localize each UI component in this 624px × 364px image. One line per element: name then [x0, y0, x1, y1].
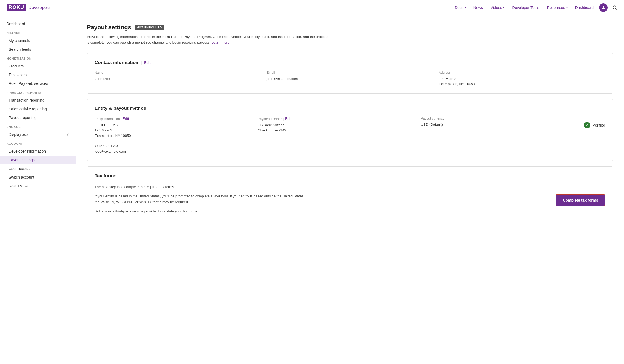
sidebar-item-rokutv-ca[interactable]: RokuTV CA [0, 182, 76, 190]
sidebar-item-payout-reporting[interactable]: Payout reporting [0, 113, 76, 122]
page-header: Payout settings NOT ENROLLED [87, 24, 613, 31]
sidebar-section-financial-reports: FINANCIAL REPORTS [0, 88, 76, 96]
nav-news[interactable]: News [473, 5, 483, 10]
address-value: 123 Main StExampleton, NY 10050 [439, 76, 605, 87]
payment-section-label: Payment method | Edit [258, 117, 415, 121]
verified-badge: ✓ Verified [584, 122, 605, 128]
nav-docs[interactable]: Docs ▾ [455, 5, 466, 10]
display-ads-collapse-arrow: ❮ [66, 133, 69, 136]
docs-arrow: ▾ [465, 6, 466, 9]
tax-forms-card: Tax forms The next step is to complete t… [87, 166, 613, 224]
tax-desc-2: If your entity is based in the United St… [95, 193, 306, 205]
sidebar-item-switch-account[interactable]: Switch account [0, 173, 76, 182]
svg-point-0 [603, 6, 604, 8]
contact-info-grid: Name John Doe Email jdoe@example.com Add… [95, 71, 605, 87]
payment-info-value: US Bank Arizona Checking ••••2342 [258, 123, 415, 133]
sidebar-item-roku-pay-web-services[interactable]: Roku Pay web services [0, 79, 76, 88]
contact-name-field: Name John Doe [95, 71, 261, 87]
sidebar-section-monetization: MONETIZATION [0, 54, 76, 62]
entity-card-title: Entity & payout method [95, 106, 605, 111]
videos-arrow: ▾ [503, 6, 504, 9]
nav-developer-tools[interactable]: Developer Tools [512, 5, 539, 10]
logo-link[interactable]: ROKU Developers [7, 4, 50, 11]
sidebar-item-display-ads[interactable]: Display ads ❮ [0, 130, 76, 139]
contact-card-title: Contact information | Edit [95, 60, 605, 65]
entity-info-section: Entity information | Edit ILE IFE FILMS … [95, 117, 252, 154]
entity-edit-link[interactable]: Edit [123, 117, 129, 121]
user-avatar-icon[interactable] [599, 3, 608, 12]
complete-tax-forms-button[interactable]: Complete tax forms [556, 194, 605, 206]
sidebar-item-payout-settings[interactable]: Payout settings [0, 156, 76, 164]
sidebar-item-dashboard[interactable]: Dashboard [0, 20, 76, 28]
contact-information-card: Contact information | Edit Name John Doe… [87, 53, 613, 94]
sidebar-item-sales-activity-reporting[interactable]: Sales activity reporting [0, 105, 76, 113]
learn-more-link[interactable]: Learn more [212, 40, 229, 44]
page-layout: Dashboard CHANNEL My channels Search fee… [0, 15, 624, 364]
sidebar-item-user-access[interactable]: User access [0, 164, 76, 173]
sidebar-item-transaction-reporting[interactable]: Transaction reporting [0, 96, 76, 105]
tax-desc-3: Roku uses a third-party service provider… [95, 208, 306, 214]
not-enrolled-badge: NOT ENROLLED [135, 25, 164, 30]
tax-desc-1: The next step is to complete the require… [95, 184, 306, 190]
roku-logo: ROKU [7, 4, 26, 11]
tax-card-title: Tax forms [95, 173, 605, 179]
sidebar-item-test-users[interactable]: Test Users [0, 70, 76, 79]
resources-arrow: ▾ [566, 6, 568, 9]
contact-address-field: Address 123 Main StExampleton, NY 10050 [439, 71, 605, 87]
payout-currency-section: Payout currency USD (Default) [421, 117, 578, 127]
payment-edit-link[interactable]: Edit [285, 117, 292, 121]
tax-footer-row: If your entity is based in the United St… [95, 193, 605, 218]
header-icons [599, 3, 617, 12]
top-nav: Docs ▾ News Videos ▾ Developer Tools Res… [455, 5, 594, 10]
tax-descriptions: If your entity is based in the United St… [95, 193, 306, 218]
entity-payout-card: Entity & payout method Entity informatio… [87, 99, 613, 161]
entity-grid: Entity information | Edit ILE IFE FILMS … [95, 117, 605, 154]
nav-resources[interactable]: Resources ▾ [547, 5, 568, 10]
sidebar-section-engage: ENGAGE [0, 122, 76, 130]
nav-videos[interactable]: Videos ▾ [491, 5, 505, 10]
page-description: Provide the following information to enr… [87, 34, 331, 46]
main-content: Payout settings NOT ENROLLED Provide the… [76, 15, 624, 364]
entity-info-value: ILE IFE FILMS 123 Main St Exampleton, NY… [95, 123, 252, 154]
entity-section-label: Entity information | Edit [95, 117, 252, 121]
header: ROKU Developers Docs ▾ News Videos ▾ Dev… [0, 0, 624, 15]
sidebar: Dashboard CHANNEL My channels Search fee… [0, 15, 76, 364]
sidebar-item-my-channels[interactable]: My channels [0, 36, 76, 45]
svg-line-2 [616, 8, 617, 10]
verified-check-icon: ✓ [584, 122, 590, 128]
search-button[interactable] [612, 5, 617, 10]
payment-method-section: Payment method | Edit US Bank Arizona Ch… [258, 117, 415, 133]
sidebar-section-account: ACCOUNT [0, 139, 76, 147]
nav-dashboard[interactable]: Dashboard [575, 5, 594, 10]
page-title: Payout settings [87, 24, 131, 31]
sidebar-section-channel: CHANNEL [0, 28, 76, 36]
sidebar-item-search-feeds[interactable]: Search feeds [0, 45, 76, 54]
sidebar-item-developer-information[interactable]: Developer information [0, 147, 76, 156]
sidebar-item-products[interactable]: Products [0, 62, 76, 70]
contact-email-field: Email jdoe@example.com [267, 71, 433, 87]
svg-point-1 [613, 6, 616, 9]
contact-edit-link[interactable]: Edit [144, 60, 151, 65]
brand-name: Developers [28, 5, 50, 10]
